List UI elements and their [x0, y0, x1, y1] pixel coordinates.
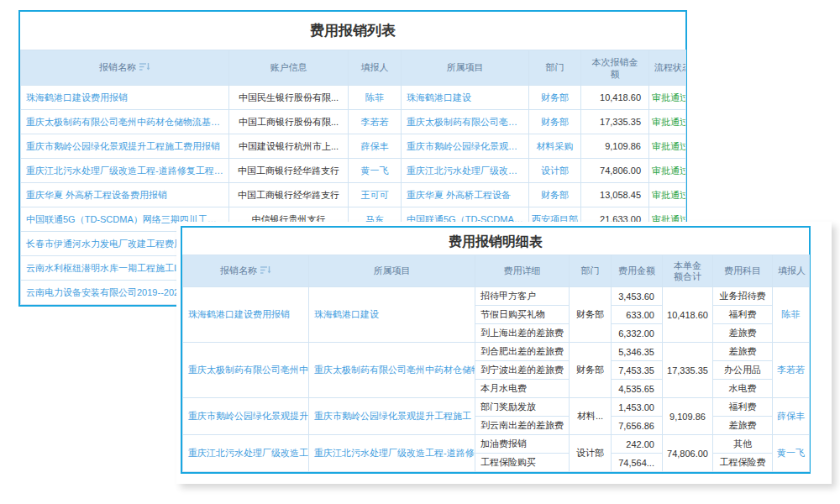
cell-project: 珠海鹤港口建设	[309, 287, 475, 343]
cell-amount: 10,418.60	[581, 86, 649, 110]
cell-account: 中国工商银行股份有限...	[229, 110, 349, 134]
cell-order-total: 10,418.60	[663, 287, 713, 343]
expense-detail-box: 费用报销明细表 报销名称所属项目费用详细部门费用金额本单金额合计费用科目填报人 …	[181, 226, 811, 474]
cell-expense-category: 福利费	[713, 306, 773, 324]
cell-account: 中国民生银行股份有限...	[229, 86, 349, 110]
cell-status: 审批通过	[649, 110, 686, 134]
cell-dept: 财务部	[529, 110, 581, 134]
col-header-expense-category: 费用科目	[713, 255, 773, 287]
col-header-expense-detail: 费用详细	[475, 255, 570, 287]
cell-status: 审批通过	[649, 159, 686, 183]
cell-project: 重庆市鹅岭公园绿化景观提升工程施工	[309, 398, 475, 435]
cell-name[interactable]: 重庆太极制药有限公司亳州中药材仓储物流基地项目费用报销	[183, 343, 309, 398]
cell-reporter: 薛保丰	[349, 134, 402, 159]
col-header-order-total-label: 本单金额合计	[674, 260, 701, 281]
cell-name[interactable]: 珠海鹤港口建设费用报销	[183, 287, 309, 343]
cell-expense-amount: 7,453.35	[612, 361, 663, 380]
col-header-order-total: 本单金额合计	[663, 255, 713, 287]
cell-expense-amount: 7,656.86	[612, 417, 663, 435]
cell-reporter: 黄一飞	[773, 435, 810, 472]
cell-expense-category: 差旅费	[713, 417, 773, 435]
cell-dept: 财务部	[529, 183, 581, 207]
cell-name[interactable]: 重庆市鹅岭公园绿化景观提升工程施工费用报销	[183, 398, 309, 435]
cell-expense-amount: 3,453.60	[612, 287, 663, 306]
cell-order-total: 74,806.00	[663, 435, 713, 472]
col-header-expense-detail-label: 费用详细	[504, 265, 541, 276]
expense-list-title: 费用报销列表	[20, 12, 685, 50]
table-row: 重庆江北污水处理厂级改造工程-道路修复工程费用报销重庆江北污水处理厂级改造工程-…	[183, 435, 810, 454]
cell-department: 财务部	[570, 343, 612, 398]
cell-account: 中国工商银行经华路支行	[229, 183, 349, 207]
cell-status: 审批通过	[649, 134, 686, 159]
col-header-reporter-label: 填报人	[778, 265, 806, 276]
col-header-name[interactable]: 报销名称	[183, 255, 309, 287]
cell-name[interactable]: 重庆太极制药有限公司亳州中药材仓储物流基地项...	[21, 110, 229, 134]
cell-project: 重庆市鹅岭公园绿化景观提升...	[402, 134, 529, 159]
col-header-account: 账户信息	[229, 50, 349, 86]
cell-name[interactable]: 珠海鹤港口建设费用报销	[21, 86, 229, 110]
cell-project: 重庆江北污水处理厂级改造工程-道路修复工程	[309, 435, 475, 472]
cell-department: 设计部	[570, 435, 612, 472]
col-header-status: 流程状态	[649, 50, 686, 86]
cell-project: 珠海鹤港口建设	[402, 86, 529, 110]
cell-expense-category: 工程保险费	[713, 454, 773, 472]
col-header-expense-amount: 费用金额	[612, 255, 663, 287]
cell-expense-detail: 加油费报销	[475, 435, 570, 454]
expense-detail-panel: 费用报销明细表 报销名称所属项目费用详细部门费用金额本单金额合计费用科目填报人 …	[176, 222, 832, 484]
cell-expense-category: 水电费	[713, 380, 773, 398]
cell-expense-amount: 1,453.00	[612, 398, 663, 417]
col-header-reporter-label: 填报人	[361, 62, 389, 72]
col-header-reporter: 填报人	[349, 50, 402, 86]
cell-name[interactable]: 重庆华夏 外高桥工程设备费用报销	[21, 183, 229, 207]
col-header-status-label: 流程状态	[654, 62, 686, 72]
col-header-name-label: 报销名称	[220, 265, 257, 276]
cell-expense-category: 差旅费	[713, 343, 773, 361]
table-row: 重庆太极制药有限公司亳州中药材仓储物流基地项目费用报销重庆太极制药有限公司亳州中…	[183, 343, 810, 361]
col-header-expense-category-label: 费用科目	[724, 265, 761, 276]
col-header-department-label: 部门	[581, 265, 600, 276]
col-header-project: 所属项目	[309, 255, 475, 287]
cell-name[interactable]: 重庆江北污水处理厂级改造工程-道路修复工程费用报销	[183, 435, 309, 472]
col-header-project: 所属项目	[402, 50, 529, 86]
cell-expense-category: 差旅费	[713, 324, 773, 343]
cell-amount: 13,058.45	[581, 183, 649, 207]
cell-expense-amount: 242.00	[612, 435, 663, 454]
table-row: 重庆太极制药有限公司亳州中药材仓储物流基地项...中国工商银行股份有限...李若…	[21, 110, 686, 134]
col-header-project-label: 所属项目	[374, 265, 411, 276]
table-row: 重庆江北污水处理厂级改造工程-道路修复工程费用...中国工商银行经华路支行黄一飞…	[21, 159, 686, 183]
col-header-account-label: 账户信息	[270, 62, 307, 72]
cell-reporter: 陈菲	[773, 287, 810, 343]
expense-detail-table: 报销名称所属项目费用详细部门费用金额本单金额合计费用科目填报人 珠海鹤港口建设费…	[182, 255, 810, 472]
expense-list-header: 报销名称账户信息填报人所属项目部门本次报销金额流程状态	[21, 50, 686, 86]
cell-name[interactable]: 重庆江北污水处理厂级改造工程-道路修复工程费用...	[21, 159, 229, 183]
cell-expense-category: 业务招待费	[713, 287, 773, 306]
cell-expense-detail: 招待甲方客户	[475, 287, 570, 306]
cell-expense-detail: 到云南出差的差旅费	[475, 417, 570, 435]
cell-expense-amount: 5,346.35	[612, 343, 663, 361]
col-header-department: 部门	[529, 50, 581, 86]
table-row: 重庆市鹅岭公园绿化景观提升工程施工费用报销中国建设银行杭州市上...薛保丰重庆市…	[21, 134, 686, 159]
sort-descending-icon[interactable]	[139, 62, 150, 71]
cell-account: 中国建设银行杭州市上...	[229, 134, 349, 159]
col-header-name-label: 报销名称	[99, 62, 136, 72]
col-header-project-label: 所属项目	[447, 62, 484, 72]
col-header-amount: 本次报销金额	[581, 50, 649, 86]
cell-amount: 9,109.86	[581, 134, 649, 159]
cell-expense-amount: 6,332.00	[612, 324, 663, 343]
cell-account: 中国工商银行经华路支行	[229, 159, 349, 183]
table-row: 珠海鹤港口建设费用报销珠海鹤港口建设招待甲方客户财务部3,453.6010,41…	[183, 287, 810, 306]
col-header-name[interactable]: 报销名称	[21, 50, 229, 86]
cell-order-total: 9,109.86	[663, 398, 713, 435]
cell-status: 审批通过	[649, 183, 686, 207]
cell-dept: 财务部	[529, 86, 581, 110]
cell-expense-detail: 本月水电费	[475, 380, 570, 398]
table-row: 重庆华夏 外高桥工程设备费用报销中国工商银行经华路支行王可可重庆华夏 外高桥工程…	[21, 183, 686, 207]
cell-name[interactable]: 重庆市鹅岭公园绿化景观提升工程施工费用报销	[21, 134, 229, 159]
cell-dept: 设计部	[529, 159, 581, 183]
col-header-amount-label: 本次报销金额	[592, 57, 638, 79]
sort-descending-icon[interactable]	[260, 265, 271, 275]
cell-amount: 74,806.00	[581, 159, 649, 183]
cell-expense-detail: 到宁波出差的差旅费	[475, 361, 570, 380]
cell-expense-detail: 部门奖励发放	[475, 398, 570, 417]
col-header-expense-amount-label: 费用金额	[618, 265, 655, 276]
